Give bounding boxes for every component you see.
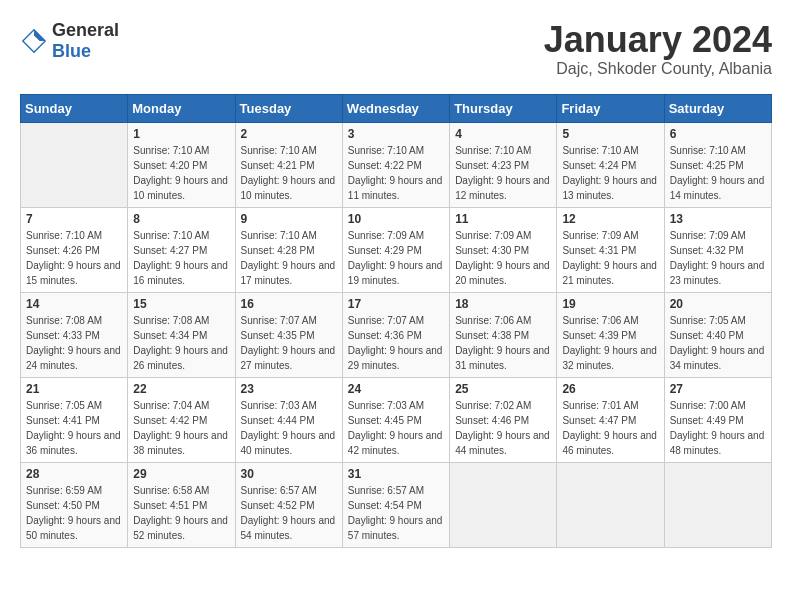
calendar-cell: 31Sunrise: 6:57 AMSunset: 4:54 PMDayligh… [342,462,449,547]
day-info: Sunrise: 7:10 AMSunset: 4:21 PMDaylight:… [241,143,337,203]
day-info: Sunrise: 6:57 AMSunset: 4:54 PMDaylight:… [348,483,444,543]
weekday-header: Tuesday [235,94,342,122]
day-info: Sunrise: 7:00 AMSunset: 4:49 PMDaylight:… [670,398,766,458]
day-info: Sunrise: 7:10 AMSunset: 4:28 PMDaylight:… [241,228,337,288]
calendar-cell [450,462,557,547]
logo: General Blue [20,20,119,62]
weekday-header: Saturday [664,94,771,122]
day-number: 25 [455,382,551,396]
weekday-header: Thursday [450,94,557,122]
day-info: Sunrise: 7:09 AMSunset: 4:31 PMDaylight:… [562,228,658,288]
calendar-cell: 12Sunrise: 7:09 AMSunset: 4:31 PMDayligh… [557,207,664,292]
calendar-week-row: 21Sunrise: 7:05 AMSunset: 4:41 PMDayligh… [21,377,772,462]
day-number: 3 [348,127,444,141]
calendar-cell: 8Sunrise: 7:10 AMSunset: 4:27 PMDaylight… [128,207,235,292]
day-number: 20 [670,297,766,311]
calendar-cell: 20Sunrise: 7:05 AMSunset: 4:40 PMDayligh… [664,292,771,377]
calendar-cell: 30Sunrise: 6:57 AMSunset: 4:52 PMDayligh… [235,462,342,547]
day-number: 31 [348,467,444,481]
title-block: January 2024 Dajc, Shkoder County, Alban… [544,20,772,78]
day-number: 5 [562,127,658,141]
weekday-header: Monday [128,94,235,122]
calendar-week-row: 1Sunrise: 7:10 AMSunset: 4:20 PMDaylight… [21,122,772,207]
weekday-header: Sunday [21,94,128,122]
day-number: 13 [670,212,766,226]
calendar-cell: 3Sunrise: 7:10 AMSunset: 4:22 PMDaylight… [342,122,449,207]
calendar-cell [557,462,664,547]
day-number: 19 [562,297,658,311]
day-number: 11 [455,212,551,226]
calendar-cell: 1Sunrise: 7:10 AMSunset: 4:20 PMDaylight… [128,122,235,207]
day-info: Sunrise: 7:10 AMSunset: 4:25 PMDaylight:… [670,143,766,203]
day-number: 28 [26,467,122,481]
day-info: Sunrise: 6:57 AMSunset: 4:52 PMDaylight:… [241,483,337,543]
day-number: 17 [348,297,444,311]
day-info: Sunrise: 7:02 AMSunset: 4:46 PMDaylight:… [455,398,551,458]
day-number: 16 [241,297,337,311]
day-number: 18 [455,297,551,311]
calendar-cell: 24Sunrise: 7:03 AMSunset: 4:45 PMDayligh… [342,377,449,462]
calendar-cell [664,462,771,547]
day-info: Sunrise: 7:04 AMSunset: 4:42 PMDaylight:… [133,398,229,458]
calendar-cell: 13Sunrise: 7:09 AMSunset: 4:32 PMDayligh… [664,207,771,292]
day-number: 9 [241,212,337,226]
day-number: 30 [241,467,337,481]
location-title: Dajc, Shkoder County, Albania [544,60,772,78]
day-info: Sunrise: 7:07 AMSunset: 4:35 PMDaylight:… [241,313,337,373]
calendar-cell: 15Sunrise: 7:08 AMSunset: 4:34 PMDayligh… [128,292,235,377]
calendar-cell: 29Sunrise: 6:58 AMSunset: 4:51 PMDayligh… [128,462,235,547]
calendar-cell: 9Sunrise: 7:10 AMSunset: 4:28 PMDaylight… [235,207,342,292]
day-info: Sunrise: 7:10 AMSunset: 4:27 PMDaylight:… [133,228,229,288]
day-info: Sunrise: 7:10 AMSunset: 4:24 PMDaylight:… [562,143,658,203]
calendar-body: 1Sunrise: 7:10 AMSunset: 4:20 PMDaylight… [21,122,772,547]
calendar-week-row: 28Sunrise: 6:59 AMSunset: 4:50 PMDayligh… [21,462,772,547]
calendar-cell: 22Sunrise: 7:04 AMSunset: 4:42 PMDayligh… [128,377,235,462]
day-number: 1 [133,127,229,141]
logo-text-general: General [52,20,119,40]
day-info: Sunrise: 7:01 AMSunset: 4:47 PMDaylight:… [562,398,658,458]
day-info: Sunrise: 7:03 AMSunset: 4:44 PMDaylight:… [241,398,337,458]
day-number: 7 [26,212,122,226]
calendar-cell: 2Sunrise: 7:10 AMSunset: 4:21 PMDaylight… [235,122,342,207]
calendar-cell: 18Sunrise: 7:06 AMSunset: 4:38 PMDayligh… [450,292,557,377]
day-info: Sunrise: 7:06 AMSunset: 4:38 PMDaylight:… [455,313,551,373]
day-info: Sunrise: 7:05 AMSunset: 4:40 PMDaylight:… [670,313,766,373]
day-info: Sunrise: 7:08 AMSunset: 4:33 PMDaylight:… [26,313,122,373]
day-info: Sunrise: 7:10 AMSunset: 4:20 PMDaylight:… [133,143,229,203]
logo-text-blue: Blue [52,41,91,61]
calendar-cell: 4Sunrise: 7:10 AMSunset: 4:23 PMDaylight… [450,122,557,207]
day-info: Sunrise: 7:10 AMSunset: 4:26 PMDaylight:… [26,228,122,288]
calendar-cell: 27Sunrise: 7:00 AMSunset: 4:49 PMDayligh… [664,377,771,462]
day-number: 21 [26,382,122,396]
day-number: 2 [241,127,337,141]
calendar-cell [21,122,128,207]
calendar-cell: 21Sunrise: 7:05 AMSunset: 4:41 PMDayligh… [21,377,128,462]
day-number: 23 [241,382,337,396]
day-number: 29 [133,467,229,481]
calendar-cell: 10Sunrise: 7:09 AMSunset: 4:29 PMDayligh… [342,207,449,292]
calendar-cell: 28Sunrise: 6:59 AMSunset: 4:50 PMDayligh… [21,462,128,547]
day-number: 10 [348,212,444,226]
calendar-cell: 11Sunrise: 7:09 AMSunset: 4:30 PMDayligh… [450,207,557,292]
weekday-header: Wednesday [342,94,449,122]
day-info: Sunrise: 7:08 AMSunset: 4:34 PMDaylight:… [133,313,229,373]
day-info: Sunrise: 6:58 AMSunset: 4:51 PMDaylight:… [133,483,229,543]
logo-icon [20,27,48,55]
day-number: 27 [670,382,766,396]
calendar-cell: 17Sunrise: 7:07 AMSunset: 4:36 PMDayligh… [342,292,449,377]
calendar-header-row: SundayMondayTuesdayWednesdayThursdayFrid… [21,94,772,122]
day-number: 4 [455,127,551,141]
day-number: 12 [562,212,658,226]
calendar-cell: 23Sunrise: 7:03 AMSunset: 4:44 PMDayligh… [235,377,342,462]
day-info: Sunrise: 6:59 AMSunset: 4:50 PMDaylight:… [26,483,122,543]
calendar-cell: 25Sunrise: 7:02 AMSunset: 4:46 PMDayligh… [450,377,557,462]
calendar-cell: 26Sunrise: 7:01 AMSunset: 4:47 PMDayligh… [557,377,664,462]
month-title: January 2024 [544,20,772,60]
day-number: 24 [348,382,444,396]
day-info: Sunrise: 7:10 AMSunset: 4:22 PMDaylight:… [348,143,444,203]
day-number: 15 [133,297,229,311]
day-number: 8 [133,212,229,226]
calendar-week-row: 7Sunrise: 7:10 AMSunset: 4:26 PMDaylight… [21,207,772,292]
day-info: Sunrise: 7:09 AMSunset: 4:32 PMDaylight:… [670,228,766,288]
day-info: Sunrise: 7:09 AMSunset: 4:29 PMDaylight:… [348,228,444,288]
